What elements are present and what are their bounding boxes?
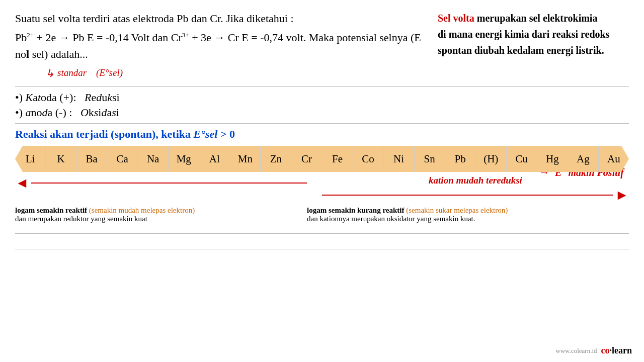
element-Au: Au	[599, 146, 629, 172]
element-Co: Co	[353, 146, 384, 172]
element-Pb: Pb	[445, 146, 476, 172]
info-line1-suffix: merupakan sel elektrokimia	[474, 13, 598, 24]
anoda-text: •) anoda (-) : Oksidasi	[15, 106, 119, 119]
desc-right-bold: logam semakin kurang reaktif	[307, 206, 404, 214]
footer-logo: co·learn	[601, 345, 632, 356]
desc-left-highlight: (semakin mudah melepas elektron)	[89, 206, 195, 214]
element-Ba: Ba	[76, 146, 107, 172]
divider-3	[15, 233, 629, 234]
element-Fe: Fe	[322, 146, 353, 172]
desc-left-bold: logam semakin reaktif	[15, 206, 87, 214]
divider-4	[15, 249, 629, 249]
arrow-left: ◄	[15, 175, 307, 203]
element-Cr: Cr	[291, 146, 322, 172]
element-Al: Al	[199, 146, 230, 172]
desc-right-highlight: (semakin sukar melepas elektron)	[406, 206, 508, 214]
element-Hg: Hg	[537, 146, 568, 172]
left-arrow-line	[31, 183, 307, 184]
element-K: K	[46, 146, 76, 172]
footer: www.colearn.id co·learn	[555, 345, 632, 356]
descriptions-row: logam semakin reaktif (semakin mudah mel…	[15, 206, 629, 223]
info-line2: di mana energi kimia dari reaksi redoks	[438, 26, 629, 42]
arrows-row: ◄ kation mudah tereduksi ►	[15, 175, 629, 203]
hook-arrow-icon: ↳	[45, 65, 54, 81]
left-arrow-icon: ◄	[15, 175, 29, 191]
element-H: (H)	[476, 146, 507, 172]
element-Sn: Sn	[415, 146, 445, 172]
equation-line: Pb2+ + 2e → Pb E = -0,14 Volt dan Cr3+ +…	[15, 29, 428, 62]
desc-left: logam semakin reaktif (semakin mudah mel…	[15, 206, 297, 223]
divider-1	[15, 86, 629, 87]
element-Mn: Mn	[230, 146, 261, 172]
reaction-condition: Reaksi akan terjadi (spontan), ketika E°…	[15, 128, 629, 141]
element-Cu: Cu	[507, 146, 537, 172]
katoda-text: •) Katoda (+): Reduksi	[15, 91, 120, 104]
element-Zn: Zn	[261, 146, 291, 172]
sel-volta-label: Sel volta	[438, 13, 474, 24]
element-Li: Li	[15, 146, 46, 172]
element-Ag: Ag	[568, 146, 599, 172]
arrow-left-line: ◄	[15, 175, 307, 191]
desc-right: logam semakin kurang reaktif (semakin su…	[307, 206, 629, 223]
right-arrow-line	[322, 195, 613, 196]
kation-label: kation mudah tereduksi	[322, 175, 629, 186]
footer-url: www.colearn.id	[555, 347, 597, 355]
element-Mg: Mg	[169, 146, 199, 172]
main-container: Suatu sel volta terdiri atas elektroda P…	[0, 0, 644, 362]
footer-learn: ·learn	[610, 345, 632, 355]
element-Ca: Ca	[107, 146, 138, 172]
standar-text: standar (E°sel)	[57, 66, 123, 80]
desc-left-rest: dan merupakan reduktor yang semakin kuat	[15, 215, 147, 223]
element-series-container: Li K Ba Ca Na Mg Al Mn Zn Cr Fe Co Ni Sn…	[15, 146, 629, 172]
anoda-row: •) anoda (-) : Oksidasi	[15, 106, 629, 119]
footer-co: co	[601, 345, 610, 355]
katoda-row: •) Katoda (+): Reduksi	[15, 91, 629, 104]
element-Ni: Ni	[384, 146, 415, 172]
standar-annotation: ↳ standar (E°sel)	[45, 65, 428, 81]
divider-2	[15, 123, 629, 124]
problem-text: Suatu sel volta terdiri atas elektroda P…	[15, 10, 428, 81]
element-Na: Na	[138, 146, 169, 172]
desc-right-rest: dan kationnya merupakan oksidator yang s…	[307, 215, 475, 223]
info-line3: spontan diubah kedalam energi listrik.	[438, 42, 629, 58]
intro-text: Suatu sel volta terdiri atas elektroda P…	[15, 10, 428, 27]
info-line1: Sel volta merupakan sel elektrokimia	[438, 10, 629, 26]
electrode-section: •) Katoda (+): Reduksi •) anoda (-) : Ok…	[15, 91, 629, 119]
right-arrow-icon: ►	[615, 187, 629, 203]
element-strip: Li K Ba Ca Na Mg Al Mn Zn Cr Fe Co Ni Sn…	[15, 146, 629, 172]
top-section: Suatu sel volta terdiri atas elektroda P…	[15, 10, 629, 81]
info-box: Sel volta merupakan sel elektrokimia di …	[438, 10, 629, 81]
